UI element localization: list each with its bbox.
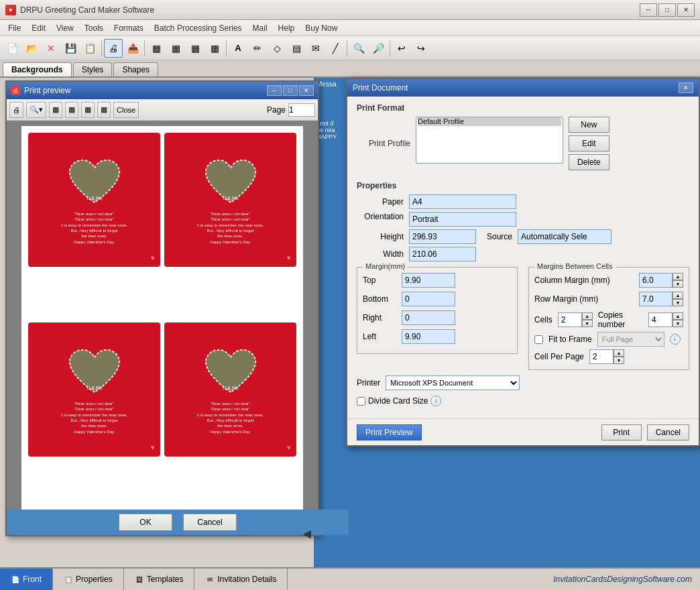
preview-close-btn[interactable]: ✕ (299, 85, 314, 96)
width-input[interactable] (409, 247, 476, 261)
draw-button[interactable]: ✏ (248, 39, 267, 58)
grid-button-4[interactable]: ▦ (205, 39, 224, 58)
row-margin-down[interactable]: ▼ (673, 299, 683, 306)
preview-close-button[interactable]: Close (113, 102, 139, 118)
preview-view-btn2[interactable]: ▦ (65, 102, 78, 118)
grid-button-2[interactable]: ▦ (166, 39, 185, 58)
line-button[interactable]: ╱ (326, 39, 345, 58)
divide-info-icon[interactable]: i (430, 396, 441, 406)
undo-button[interactable]: ↩ (392, 39, 411, 58)
print-button[interactable]: 🖨 (104, 39, 123, 58)
redo-button[interactable]: ↪ (412, 39, 430, 58)
tab-shapes[interactable]: Shapes (113, 62, 158, 76)
new-button[interactable]: 📄 (3, 39, 21, 58)
printer-select[interactable]: Microsoft XPS Document (386, 375, 520, 390)
card-text-2: "Near ones r not dear" "Dear ones r not … (192, 211, 269, 245)
preview-zoom-btn[interactable]: 🔍▾ (26, 102, 46, 118)
maximize-button[interactable]: □ (658, 3, 676, 17)
app-close-button[interactable]: ✕ (677, 3, 695, 17)
tab-styles[interactable]: Styles (73, 62, 113, 76)
export-button[interactable]: 📤 (123, 39, 142, 58)
height-input[interactable] (409, 229, 476, 244)
col-margin-input[interactable] (639, 273, 673, 288)
width-row: Width (357, 247, 689, 261)
cancel-dialog-button[interactable]: Cancel (647, 424, 689, 440)
barcode-button[interactable]: ▤ (287, 39, 306, 58)
cell-per-page-down[interactable]: ▼ (614, 357, 624, 364)
cell-per-page-arrows: ▲ ▼ (614, 349, 624, 364)
row-margin-up[interactable]: ▲ (673, 292, 683, 299)
copies-input[interactable] (648, 312, 673, 327)
open-button[interactable]: 📂 (22, 39, 41, 58)
new-profile-btn[interactable]: New (569, 117, 609, 133)
menu-batch[interactable]: Batch Processing Series (149, 22, 247, 34)
right-margin-row: Right (363, 310, 512, 325)
menu-help[interactable]: Help (273, 22, 300, 34)
preview-print-btn[interactable]: 🖨 (9, 102, 23, 118)
close-file-button[interactable]: ✕ (42, 39, 60, 58)
preview-view-btn4[interactable]: ▦ (97, 102, 111, 118)
tab-templates[interactable]: 🖼 Templates (124, 569, 195, 590)
cells-down[interactable]: ▼ (582, 320, 593, 327)
left-input[interactable] (402, 329, 455, 344)
text-button[interactable]: A (229, 39, 247, 58)
source-input[interactable] (518, 229, 611, 244)
print-button[interactable]: Print (601, 424, 642, 440)
print-preview-button[interactable]: Print Preview (357, 424, 422, 440)
page-input[interactable] (288, 103, 315, 117)
email-button[interactable]: ✉ (306, 39, 325, 58)
zoom-out-button[interactable]: 🔍 (349, 39, 368, 58)
menu-mail[interactable]: Mail (247, 22, 273, 34)
preview-view-btn3[interactable]: ▦ (81, 102, 95, 118)
divide-card-checkbox[interactable] (357, 397, 365, 406)
info-icon[interactable]: i (670, 334, 681, 345)
delete-profile-btn[interactable]: Delete (569, 154, 609, 170)
save-button[interactable]: 💾 (61, 39, 80, 58)
cell-per-page-up[interactable]: ▲ (614, 349, 624, 357)
tab-backgrounds[interactable]: Backgrounds (3, 62, 72, 76)
dialog-close-button[interactable]: ✕ (679, 82, 693, 93)
properties-icon: 📋 (64, 575, 73, 584)
minimize-button[interactable]: ─ (640, 3, 657, 17)
save-as-button[interactable]: 📋 (80, 39, 99, 58)
col-margin-down[interactable]: ▼ (673, 280, 683, 288)
col-margin-spinner: ▲ ▼ (639, 273, 683, 288)
menu-formats[interactable]: Formats (109, 22, 149, 34)
cancel-ok-button[interactable]: Cancel (183, 514, 237, 531)
copies-up[interactable]: ▲ (673, 312, 683, 320)
cell-per-page-input[interactable] (589, 349, 614, 364)
menu-buynow[interactable]: Buy Now (300, 22, 343, 34)
edit-profile-btn[interactable]: Edit (569, 135, 609, 152)
ok-button[interactable]: OK (119, 514, 172, 531)
tab-front[interactable]: 📄 Front (0, 569, 53, 590)
preview-win-buttons: ─ □ ✕ (267, 85, 314, 96)
profile-list[interactable]: Default Profile (416, 117, 563, 164)
zoom-in-button[interactable]: 🔎 (369, 39, 388, 58)
col-margin-up[interactable]: ▲ (673, 273, 683, 280)
cells-input[interactable] (558, 312, 582, 327)
shape-button[interactable]: ◇ (268, 39, 286, 58)
top-input[interactable] (402, 273, 455, 288)
full-page-select[interactable]: Full Page (597, 332, 664, 347)
tab-properties[interactable]: 📋 Properties (53, 569, 124, 590)
tab-invitation[interactable]: ✉ Invitation Details (194, 569, 288, 590)
preview-minimize-btn[interactable]: ─ (267, 85, 282, 96)
bottom-input[interactable] (402, 292, 455, 306)
row-margin-input[interactable] (639, 292, 673, 306)
menu-tools[interactable]: Tools (79, 22, 109, 34)
menu-file[interactable]: File (3, 22, 26, 34)
menu-edit[interactable]: Edit (26, 22, 51, 34)
preview-maximize-btn[interactable]: □ (283, 85, 298, 96)
copies-down[interactable]: ▼ (673, 320, 683, 327)
right-input[interactable] (402, 310, 455, 325)
grid-button-1[interactable]: ▦ (147, 39, 166, 58)
paper-input[interactable] (409, 194, 516, 209)
menu-view[interactable]: View (51, 22, 79, 34)
preview-view-btn1[interactable]: ▦ (49, 102, 62, 118)
cells-up[interactable]: ▲ (582, 312, 593, 320)
grid-button-3[interactable]: ▦ (186, 39, 205, 58)
preview-content[interactable]: U & Me "Near ones r not dear" "Dear ones… (7, 121, 318, 535)
fit-frame-checkbox[interactable] (534, 335, 543, 344)
orientation-input[interactable] (409, 212, 516, 227)
preview-title-bar: 🖨 Print preview ─ □ ✕ (7, 82, 318, 99)
